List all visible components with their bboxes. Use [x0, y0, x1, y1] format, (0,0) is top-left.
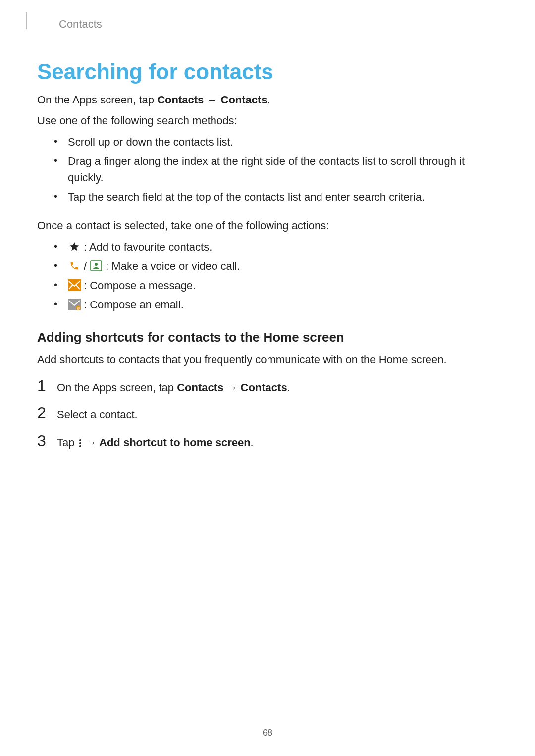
text: : Add to favourite contacts.: [84, 239, 212, 255]
email-icon: @: [68, 299, 81, 310]
step-number: 1: [37, 377, 48, 395]
sub-intro: Add shortcuts to contacts that you frequ…: [37, 352, 498, 368]
arrow: →: [223, 381, 240, 394]
list-item: : Add to favourite contacts.: [37, 239, 498, 255]
text: On the Apps screen, tap: [37, 94, 157, 106]
step-text: On the Apps screen, tap Contacts → Conta…: [57, 380, 290, 396]
svg-text:@: @: [76, 306, 80, 310]
text: .: [251, 436, 254, 449]
step-text: Select a contact.: [57, 407, 138, 423]
svg-marker-0: [70, 242, 79, 251]
page-title: Searching for contacts: [37, 59, 498, 84]
text: .: [287, 381, 290, 394]
text-bold: Contacts: [177, 381, 223, 394]
arrow: →: [204, 94, 220, 106]
text: .: [268, 94, 270, 106]
text: : Compose a message.: [84, 277, 196, 294]
text-bold: Contacts: [241, 381, 287, 394]
search-methods-list: Scroll up or down the contacts list. Dra…: [37, 134, 498, 205]
actions-intro: Once a contact is selected, take one of …: [37, 218, 498, 234]
list-item: Drag a finger along the index at the rig…: [37, 153, 498, 186]
list-item: / : Make a voice or video call.: [37, 258, 498, 274]
list-item: Scroll up or down the contacts list.: [37, 134, 498, 150]
svg-point-7: [79, 439, 81, 441]
star-icon: [68, 241, 81, 252]
subheading: Adding shortcuts for contacts to the Hom…: [37, 330, 498, 345]
header-marker: [26, 12, 27, 29]
step-text: Tap → Add shortcut to home screen.: [57, 435, 254, 451]
svg-point-9: [79, 445, 81, 447]
step-number: 2: [37, 404, 48, 422]
list-item: @ : Compose an email.: [37, 297, 498, 313]
list-item: : Compose a message.: [37, 277, 498, 294]
svg-rect-3: [68, 279, 81, 291]
text-bold: Contacts: [157, 94, 204, 106]
intro-line-2: Use one of the following search methods:: [37, 113, 498, 129]
section-label: Contacts: [59, 18, 498, 31]
text: : Compose an email.: [84, 297, 184, 313]
text: On the Apps screen, tap: [57, 381, 177, 394]
page-content: Contacts Searching for contacts On the A…: [0, 0, 535, 451]
arrow: →: [83, 436, 99, 449]
text: /: [84, 258, 87, 274]
intro-line-1: On the Apps screen, tap Contacts → Conta…: [37, 92, 498, 108]
actions-list: : Add to favourite contacts. / : Make a …: [37, 239, 498, 313]
text-bold: Contacts: [221, 94, 268, 106]
text: Tap: [57, 436, 78, 449]
step-item: 1 On the Apps screen, tap Contacts → Con…: [37, 377, 498, 396]
more-options-icon: [78, 437, 83, 449]
svg-point-8: [79, 442, 81, 444]
video-call-icon: [90, 260, 103, 272]
step-number: 3: [37, 432, 48, 450]
page-number: 68: [0, 728, 535, 738]
phone-icon: [68, 260, 81, 272]
message-icon: [68, 279, 81, 291]
steps-list: 1 On the Apps screen, tap Contacts → Con…: [37, 377, 498, 451]
list-item: Tap the search field at the top of the c…: [37, 189, 498, 205]
text-bold: Add shortcut to home screen: [99, 436, 251, 449]
step-item: 2 Select a contact.: [37, 404, 498, 423]
step-item: 3 Tap → Add shortcut to home screen.: [37, 432, 498, 451]
text: : Make a voice or video call.: [106, 258, 240, 274]
svg-point-2: [95, 263, 98, 266]
